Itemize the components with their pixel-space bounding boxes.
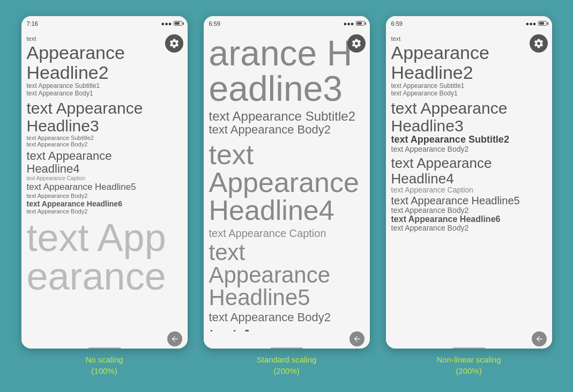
back-button-1[interactable] <box>167 331 182 346</box>
phones-row: 7:16 ●●● text AppearanceHeadline2 text A… <box>21 16 552 376</box>
headline3-3: text AppearanceHeadline3 <box>391 99 547 135</box>
label-line1-1: No scaling <box>85 354 123 365</box>
headline5-1: text Appearance Headline5 <box>27 182 182 193</box>
subtitle2-3: text Appearance Subtitle2 <box>391 135 547 145</box>
caption-3: text Appearance Caption <box>391 186 547 194</box>
phone-wrapper-3: 6:59 ●●● text AppearanceHeadline2 text A… <box>386 16 552 376</box>
status-bar-1: 7:16 ●●● <box>21 16 188 31</box>
gear-button-1[interactable] <box>165 34 183 53</box>
body1-3: text Appearance Body1 <box>391 90 547 97</box>
phone-frame-2: 6:59 ●●● arance Headline3 text Appearanc… <box>204 16 370 349</box>
body2a-1: text Appearance Body2 <box>27 141 182 147</box>
status-time-1: 7:16 <box>27 20 38 27</box>
phone-label-3: Non-linear scaling (200%) <box>436 354 501 376</box>
top-text-1: text <box>27 35 182 42</box>
body1-1: text Appearance Body1 <box>27 90 182 97</box>
phone-content-2: arance Headline3 text Appearance Subtitl… <box>204 31 370 331</box>
signal-icon-1: ●●● <box>161 20 172 27</box>
body2b-1: text Appearance Body2 <box>27 193 182 199</box>
label-line2-3: (200%) <box>436 365 501 376</box>
back-icon-3 <box>535 335 544 343</box>
body2-2: text Appearance Body2 <box>209 123 364 136</box>
top-text-3: text <box>391 35 547 42</box>
phone-label-1: No scaling (100%) <box>85 354 123 376</box>
body2c-1: text Appearance Body2 <box>27 208 182 215</box>
headline2-big-2: arance Headline3 <box>209 35 364 106</box>
back-button-2[interactable] <box>349 331 364 346</box>
gear-button-2[interactable] <box>347 34 366 53</box>
body2b-2: text Appearance Body2 <box>209 311 364 324</box>
headline3-1: text AppearanceHeadline3 <box>27 99 182 135</box>
status-icons-1: ●●● <box>161 20 182 27</box>
status-bar-3: 6:59 ●●● <box>386 16 552 31</box>
gear-icon-1 <box>169 38 180 49</box>
status-bar-2: 6:59 ●●● <box>204 16 370 31</box>
big-text-1: text Appearance <box>27 218 182 295</box>
bottom-bar-2 <box>204 331 370 346</box>
phone-wrapper-2: 6:59 ●●● arance Headline3 text Appearanc… <box>204 16 370 376</box>
caption-2: text Appearance Caption <box>209 227 364 239</box>
battery-icon-1 <box>174 21 182 26</box>
bottom-line-2 <box>271 347 303 349</box>
label-line1-3: Non-linear scaling <box>436 354 501 365</box>
status-icons-2: ●●● <box>344 20 364 27</box>
headline4-1: text AppearanceHeadline4 <box>27 150 182 175</box>
phone-content-1: text AppearanceHeadline2 text Appearance… <box>21 31 188 331</box>
headline4-3: text AppearanceHeadline4 <box>391 156 547 186</box>
back-icon-1 <box>170 335 179 343</box>
battery-icon-3 <box>538 21 547 26</box>
back-icon-2 <box>353 335 361 343</box>
headline6-2: text AppearanceHeadline6 <box>209 326 364 331</box>
status-icons-3: ●●● <box>526 20 547 27</box>
label-line2-1: (100%) <box>85 365 123 376</box>
headline4-2: textAppearanceHeadline4 <box>209 140 364 224</box>
phone-wrapper-1: 7:16 ●●● text AppearanceHeadline2 text A… <box>21 16 188 376</box>
headline5-2: text AppearanceHeadline5 <box>209 241 364 309</box>
subtitle1-3: text Appearance Subtitle1 <box>391 83 547 90</box>
body2c-3: text Appearance Body2 <box>391 224 547 232</box>
gear-icon-2 <box>351 38 362 49</box>
gear-icon-3 <box>533 38 544 49</box>
body2a-3: text Appearance Body2 <box>391 145 547 153</box>
headline6-1: text Appearance Headline6 <box>27 200 182 208</box>
headline6-3: text Appearance Headline6 <box>391 215 547 224</box>
subtitle2-2: text Appearance Subtitle2 <box>209 109 364 123</box>
label-line2-2: (200%) <box>257 365 317 376</box>
signal-icon-3: ●●● <box>526 20 537 27</box>
bottom-line-3 <box>453 347 485 349</box>
status-time-2: 6:59 <box>209 20 220 27</box>
bottom-bar-1 <box>21 331 188 346</box>
body2b-3: text Appearance Body2 <box>391 206 547 215</box>
subtitle1-1: text Appearance Subtitle1 <box>27 83 182 90</box>
headline5-3: text Appearance Headline5 <box>391 195 547 206</box>
phone-frame-1: 7:16 ●●● text AppearanceHeadline2 text A… <box>21 16 188 349</box>
signal-icon-2: ●●● <box>344 20 354 27</box>
phone-content-3: text AppearanceHeadline2 text Appearance… <box>386 31 552 331</box>
bottom-line-1 <box>88 347 121 349</box>
battery-icon-2 <box>356 21 364 26</box>
bottom-bar-3 <box>386 331 552 346</box>
phone-label-2: Standard scaling (200%) <box>257 354 317 376</box>
phone-frame-3: 6:59 ●●● text AppearanceHeadline2 text A… <box>386 16 552 349</box>
caption-1: text Appearance Caption <box>27 175 182 181</box>
status-time-3: 6:59 <box>391 20 403 27</box>
headline2-3: AppearanceHeadline2 <box>391 43 547 83</box>
gear-button-3[interactable] <box>530 34 548 53</box>
subtitle2-1: text Appearance Subtitle2 <box>27 135 182 141</box>
label-line1-2: Standard scaling <box>257 354 317 365</box>
headline2-1: AppearanceHeadline2 <box>27 43 182 83</box>
back-button-3[interactable] <box>532 331 547 346</box>
